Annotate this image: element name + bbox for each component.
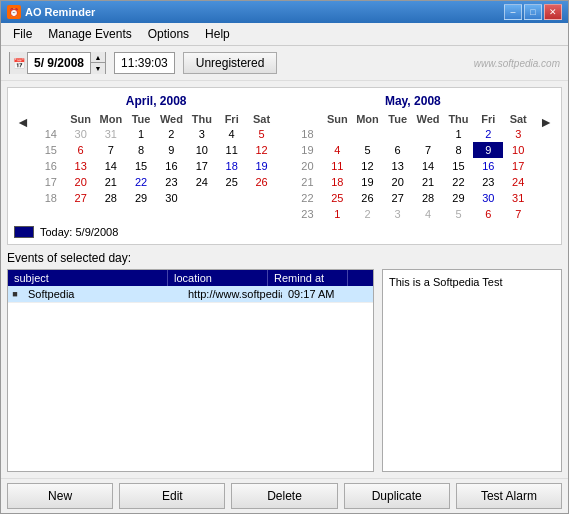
calendar-day[interactable]: 25 — [217, 174, 247, 190]
menu-file[interactable]: File — [5, 25, 40, 43]
calendar-day[interactable]: 17 — [503, 158, 533, 174]
menu-options[interactable]: Options — [140, 25, 197, 43]
next-month-button[interactable]: ► — [537, 94, 555, 130]
calendar-day[interactable]: 31 — [503, 190, 533, 206]
calendar-day[interactable]: 26 — [247, 174, 277, 190]
calendar-day[interactable]: 9 — [473, 142, 503, 158]
calendar-day[interactable]: 14 — [413, 158, 444, 174]
calendar-day[interactable]: 7 — [413, 142, 444, 158]
calendar-day[interactable]: 3 — [383, 206, 413, 222]
calendar-day[interactable]: 15 — [444, 158, 474, 174]
calendar-day[interactable] — [217, 190, 247, 206]
calendar-day[interactable]: 9 — [156, 142, 187, 158]
calendar-day[interactable]: 25 — [322, 190, 352, 206]
calendar-day[interactable]: 27 — [383, 190, 413, 206]
calendar-day[interactable]: 7 — [96, 142, 127, 158]
calendar-day[interactable]: 2 — [352, 206, 383, 222]
calendar-day[interactable]: 15 — [126, 158, 156, 174]
calendar-day[interactable]: 19 — [352, 174, 383, 190]
calendar-day[interactable]: 3 — [503, 126, 533, 142]
new-button[interactable]: New — [7, 483, 113, 509]
calendar-day[interactable]: 1 — [126, 126, 156, 142]
calendar-day[interactable]: 13 — [383, 158, 413, 174]
edit-button[interactable]: Edit — [119, 483, 225, 509]
calendar-day[interactable]: 21 — [413, 174, 444, 190]
calendar-day[interactable]: 18 — [217, 158, 247, 174]
calendar-day[interactable]: 16 — [473, 158, 503, 174]
calendar-day[interactable]: 7 — [503, 206, 533, 222]
maximize-button[interactable]: □ — [524, 4, 542, 20]
unregistered-button[interactable]: Unregistered — [183, 52, 278, 74]
calendar-day[interactable]: 4 — [322, 142, 352, 158]
calendar-day[interactable]: 10 — [187, 142, 217, 158]
event-row[interactable]: ■ Softpedia http://www.softpedia 09:17 A… — [8, 286, 373, 303]
events-section-label: Events of selected day: — [7, 251, 562, 265]
calendar-day[interactable]: 1 — [322, 206, 352, 222]
calendar-day[interactable]: 22 — [444, 174, 474, 190]
delete-button[interactable]: Delete — [231, 483, 337, 509]
window-title: AO Reminder — [25, 6, 95, 18]
calendar-day[interactable] — [322, 126, 352, 142]
calendar-day[interactable]: 6 — [473, 206, 503, 222]
calendar-day[interactable]: 10 — [503, 142, 533, 158]
calendar-day[interactable]: 21 — [96, 174, 127, 190]
calendar-day[interactable]: 30 — [66, 126, 96, 142]
calendar-day[interactable]: 12 — [247, 142, 277, 158]
calendar-day[interactable]: 4 — [413, 206, 444, 222]
calendar-day[interactable]: 19 — [247, 158, 277, 174]
calendar-day[interactable] — [247, 190, 277, 206]
calendar-day[interactable]: 20 — [383, 174, 413, 190]
calendar-day[interactable]: 1 — [444, 126, 474, 142]
calendar-day[interactable]: 22 — [126, 174, 156, 190]
calendar-day[interactable]: 30 — [156, 190, 187, 206]
calendar-day[interactable]: 26 — [352, 190, 383, 206]
calendar-day[interactable] — [383, 126, 413, 142]
calendar-day[interactable]: 6 — [66, 142, 96, 158]
calendar-day[interactable]: 2 — [473, 126, 503, 142]
location-col-header: location — [168, 270, 268, 286]
calendar-day[interactable]: 18 — [322, 174, 352, 190]
calendar-day[interactable] — [413, 126, 444, 142]
duplicate-button[interactable]: Duplicate — [344, 483, 450, 509]
calendar-day[interactable]: 27 — [66, 190, 96, 206]
calendar-day[interactable]: 31 — [96, 126, 127, 142]
calendar-day[interactable]: 11 — [217, 142, 247, 158]
calendar-day[interactable]: 20 — [66, 174, 96, 190]
calendar-day[interactable]: 6 — [383, 142, 413, 158]
menu-help[interactable]: Help — [197, 25, 238, 43]
calendar-day[interactable]: 30 — [473, 190, 503, 206]
calendar-day[interactable]: 4 — [217, 126, 247, 142]
calendar-day[interactable]: 29 — [444, 190, 474, 206]
calendar-day[interactable]: 13 — [66, 158, 96, 174]
minimize-button[interactable]: – — [504, 4, 522, 20]
calendar-day[interactable] — [352, 126, 383, 142]
calendar-day[interactable]: 5 — [247, 126, 277, 142]
calendar-day[interactable]: 5 — [352, 142, 383, 158]
calendar-day[interactable]: 28 — [96, 190, 127, 206]
prev-month-button[interactable]: ◄ — [14, 94, 32, 130]
calendar-day[interactable]: 29 — [126, 190, 156, 206]
close-button[interactable]: ✕ — [544, 4, 562, 20]
calendar-day[interactable]: 8 — [126, 142, 156, 158]
calendar-day[interactable]: 16 — [156, 158, 187, 174]
calendar-day[interactable] — [187, 190, 217, 206]
calendar-day[interactable]: 11 — [322, 158, 352, 174]
calendar-day[interactable]: 14 — [96, 158, 127, 174]
menu-manage-events[interactable]: Manage Events — [40, 25, 139, 43]
calendar-day[interactable]: 2 — [156, 126, 187, 142]
calendar-day[interactable]: 8 — [444, 142, 474, 158]
event-remind: 09:17 AM — [282, 286, 362, 302]
event-row-icon: ■ — [8, 286, 22, 302]
calendar-day[interactable]: 5 — [444, 206, 474, 222]
test-alarm-button[interactable]: Test Alarm — [456, 483, 562, 509]
calendar-day[interactable]: 3 — [187, 126, 217, 142]
date-up-button[interactable]: ▲ — [91, 52, 105, 63]
calendar-day[interactable]: 17 — [187, 158, 217, 174]
calendar-day[interactable]: 24 — [503, 174, 533, 190]
date-down-button[interactable]: ▼ — [91, 63, 105, 74]
calendar-day[interactable]: 23 — [156, 174, 187, 190]
calendar-day[interactable]: 24 — [187, 174, 217, 190]
calendar-day[interactable]: 23 — [473, 174, 503, 190]
calendar-day[interactable]: 12 — [352, 158, 383, 174]
calendar-day[interactable]: 28 — [413, 190, 444, 206]
